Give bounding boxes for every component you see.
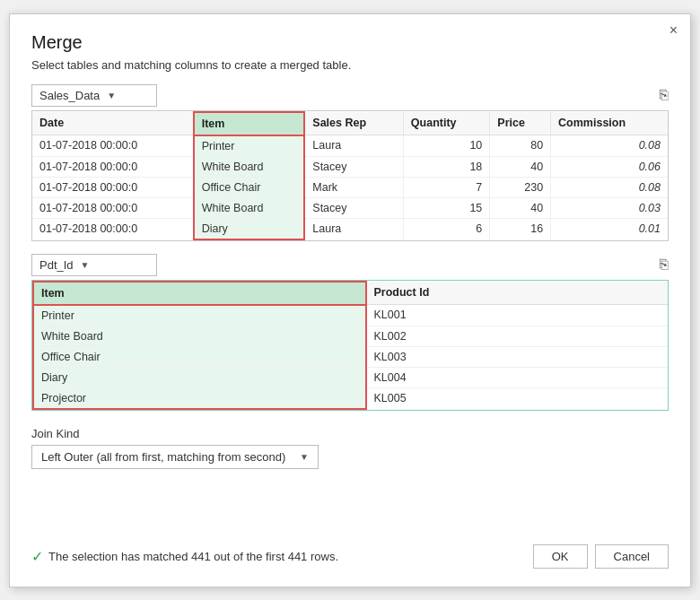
table-cell: KL003: [366, 346, 669, 367]
table-cell: 80: [490, 135, 551, 157]
table-cell: 15: [403, 197, 489, 218]
table-cell: 40: [490, 156, 551, 177]
table-cell: Projector: [33, 387, 366, 409]
col-date: Date: [32, 112, 194, 135]
join-dropdown[interactable]: Left Outer (all from first, matching fro…: [31, 445, 319, 469]
col-item-header[interactable]: Item: [194, 112, 305, 135]
table2-header: Item Product Id: [33, 282, 668, 305]
table-cell: 0.06: [551, 156, 668, 177]
table-cell: 0.08: [551, 177, 668, 197]
table-cell: KL001: [366, 305, 669, 326]
table1-dropdown[interactable]: Sales_Data ▼: [31, 84, 157, 107]
table-cell: 18: [403, 156, 489, 177]
table-row: White BoardKL002: [33, 326, 668, 346]
table-cell: Mark: [304, 177, 403, 197]
col2-productid: Product Id: [366, 282, 669, 305]
table-row: PrinterKL001: [33, 305, 668, 326]
table-cell: Laura: [304, 135, 403, 157]
table-cell: 01-07-2018 00:00:0: [32, 156, 194, 177]
dialog-subtitle: Select tables and matching columns to cr…: [31, 58, 669, 72]
table1-export-icon[interactable]: ⎘: [660, 87, 669, 103]
match-text: The selection has matched 441 out of the…: [48, 550, 338, 563]
footer-buttons: OK Cancel: [533, 544, 669, 569]
col-salesrep: Sales Rep: [304, 112, 403, 135]
table-cell: 01-07-2018 00:00:0: [32, 197, 194, 218]
merge-dialog: × Merge Select tables and matching colum…: [9, 13, 691, 587]
table-row: 01-07-2018 00:00:0Office ChairMark72300.…: [32, 177, 668, 197]
table-cell: 0.08: [551, 135, 668, 157]
table2-header-row: Pdt_Id ▼ ⎘: [31, 254, 669, 276]
table-cell: KL005: [366, 387, 669, 409]
table1: Date Item Sales Rep Quantity Price Commi…: [32, 111, 668, 240]
table-cell: Stacey: [304, 156, 403, 177]
table1-dropdown-value: Sales_Data: [39, 89, 100, 102]
table-row: ProjectorKL005: [33, 387, 668, 409]
col2-item-header[interactable]: Item: [33, 282, 366, 305]
table1-container: Date Item Sales Rep Quantity Price Commi…: [31, 110, 669, 241]
table-cell: Printer: [33, 305, 366, 326]
match-status: ✓ The selection has matched 441 out of t…: [31, 548, 338, 565]
table-cell: KL002: [366, 326, 669, 346]
table-cell: KL004: [366, 367, 669, 387]
table-cell: 7: [403, 177, 489, 197]
table-cell: Printer: [194, 135, 305, 157]
table-cell: 01-07-2018 00:00:0: [32, 135, 194, 157]
col-quantity: Quantity: [403, 112, 489, 135]
table2-dropdown-arrow: ▼: [81, 260, 90, 270]
table-cell: 230: [490, 177, 551, 197]
dialog-title: Merge: [31, 32, 669, 53]
table1-header-row: Sales_Data ▼ ⎘: [31, 84, 669, 107]
table-cell: Diary: [194, 218, 305, 239]
table2-container: Item Product Id PrinterKL001White BoardK…: [31, 280, 669, 411]
table-cell: Laura: [304, 218, 403, 239]
join-arrow: ▼: [300, 452, 309, 462]
cancel-button[interactable]: Cancel: [595, 544, 669, 569]
table-cell: White Board: [194, 197, 305, 218]
table-cell: White Board: [194, 156, 305, 177]
ok-button[interactable]: OK: [533, 544, 588, 569]
table-cell: 01-07-2018 00:00:0: [32, 177, 194, 197]
table-cell: Office Chair: [33, 346, 366, 367]
table-cell: 16: [490, 218, 551, 239]
close-button[interactable]: ×: [669, 23, 678, 38]
table-cell: 40: [490, 197, 551, 218]
table-cell: Office Chair: [194, 177, 305, 197]
table-cell: Diary: [33, 367, 366, 387]
table2-dropdown-value: Pdt_Id: [39, 258, 74, 272]
table2: Item Product Id PrinterKL001White BoardK…: [32, 281, 668, 410]
dialog-footer: ✓ The selection has matched 441 out of t…: [31, 535, 669, 569]
table2-dropdown[interactable]: Pdt_Id ▼: [31, 254, 157, 276]
table-row: 01-07-2018 00:00:0White BoardStacey15400…: [32, 197, 668, 218]
table-cell: 0.03: [551, 197, 668, 218]
table-cell: 0.01: [551, 218, 668, 239]
check-icon: ✓: [31, 548, 43, 565]
col-commission: Commission: [551, 112, 668, 135]
table2-export-icon[interactable]: ⎘: [660, 257, 669, 273]
table2-section: Pdt_Id ▼ ⎘ Item Product Id PrinterKL001W…: [31, 254, 669, 411]
table-cell: 6: [403, 218, 489, 239]
table-cell: 10: [403, 135, 489, 157]
table-row: 01-07-2018 00:00:0PrinterLaura10800.08: [32, 135, 668, 157]
col-price: Price: [490, 112, 551, 135]
table-cell: 01-07-2018 00:00:0: [32, 218, 194, 239]
table1-dropdown-arrow: ▼: [107, 91, 116, 100]
table-row: DiaryKL004: [33, 367, 668, 387]
table-row: 01-07-2018 00:00:0White BoardStacey18400…: [32, 156, 668, 177]
join-label: Join Kind: [31, 427, 669, 440]
join-section: Join Kind Left Outer (all from first, ma…: [31, 427, 669, 469]
table-row: 01-07-2018 00:00:0DiaryLaura6160.01: [32, 218, 668, 239]
table1-section: Sales_Data ▼ ⎘ Date Item Sales Rep Quant…: [31, 84, 669, 241]
join-value: Left Outer (all from first, matching fro…: [41, 450, 285, 464]
table-row: Office ChairKL003: [33, 346, 668, 367]
table1-header: Date Item Sales Rep Quantity Price Commi…: [32, 112, 668, 135]
table-cell: Stacey: [304, 197, 403, 218]
table-cell: White Board: [33, 326, 366, 346]
